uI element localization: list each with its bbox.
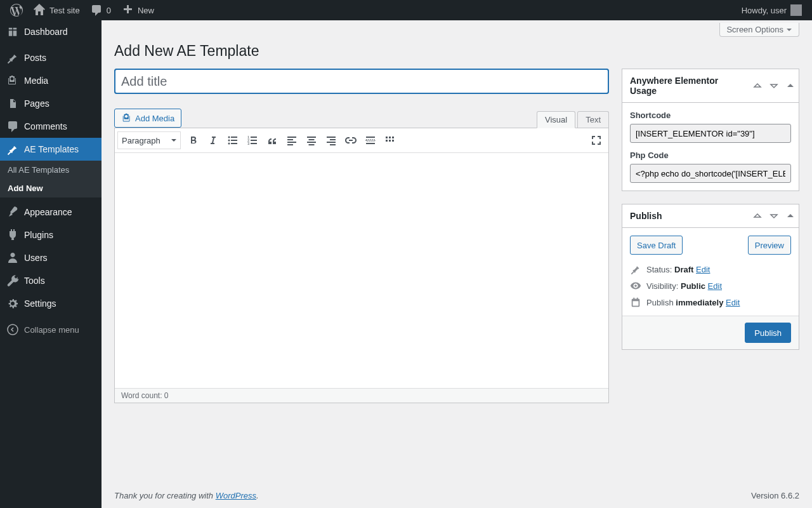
comments-menu[interactable]: 0 [85,0,116,20]
editor-toolbar: Paragraph 123 [115,128,608,153]
save-draft-button[interactable]: Save Draft [630,236,683,255]
sidebar-item-users[interactable]: Users [0,246,102,269]
media-icon [121,112,133,124]
dashboard-icon [6,25,19,38]
sidebar-item-comments[interactable]: Comments [0,115,102,138]
bold-button[interactable] [184,131,203,150]
site-name-label: Test site [49,6,80,15]
align-right-button[interactable] [322,131,341,150]
collapse-menu[interactable]: Collapse menu [0,318,102,341]
page-icon [6,97,19,110]
toolbar-toggle-button[interactable] [381,131,400,150]
sidebar-item-pages[interactable]: Pages [0,92,102,115]
pin-icon [6,143,19,156]
visibility-icon [630,280,641,291]
sidebar-item-label: Posts [24,53,46,63]
status-edit-link[interactable]: Edit [696,265,710,274]
shortcode-input[interactable] [630,124,791,143]
svg-rect-4 [231,140,237,141]
move-down-button[interactable] [766,77,782,94]
account-menu[interactable]: Howdy, user [737,0,807,20]
svg-text:3: 3 [247,142,250,145]
user-icon [6,251,19,264]
sidebar-item-tools[interactable]: Tools [0,269,102,292]
move-up-button[interactable] [749,77,766,94]
move-down-button[interactable] [766,208,782,224]
svg-rect-22 [330,139,336,140]
align-left-button[interactable] [282,131,301,150]
title-input[interactable] [114,69,609,94]
number-list-button[interactable]: 123 [243,131,262,150]
tab-text[interactable]: Text [577,111,609,128]
move-up-button[interactable] [749,208,766,224]
admin-sidebar: Dashboard Posts Media Pages Comments AE … [0,20,102,508]
sidebar-item-label: Users [24,253,48,263]
sidebar-item-posts[interactable]: Posts [0,46,102,69]
comment-icon [6,120,19,133]
appearance-icon [6,206,19,218]
screen-options-button[interactable]: Screen Options [719,23,799,37]
blockquote-button[interactable] [263,131,282,150]
sidebar-item-appearance[interactable]: Appearance [0,201,102,224]
tab-visual[interactable]: Visual [537,111,575,128]
fullscreen-button[interactable] [587,131,606,150]
sidebar-item-plugins[interactable]: Plugins [0,224,102,246]
sidebar-item-label: Comments [24,121,67,131]
submenu-add-new[interactable]: Add New [0,179,102,197]
visibility-edit-link[interactable]: Edit [708,281,722,291]
publish-edit-link[interactable]: Edit [726,298,740,307]
pin-icon [6,51,19,64]
footer-wordpress-link[interactable]: WordPress [216,491,256,500]
php-input[interactable] [630,164,791,183]
link-button[interactable] [341,131,360,150]
align-center-button[interactable] [302,131,321,150]
svg-rect-12 [251,143,257,144]
site-name-menu[interactable]: Test site [28,0,85,20]
main-content: Screen Options Add New AE Template Add M… [102,20,812,508]
publish-button[interactable]: Publish [745,323,791,343]
readmore-button[interactable] [361,131,380,150]
sidebar-item-label: Pages [24,98,49,109]
avatar [790,4,802,16]
howdy-label: Howdy, user [742,6,787,15]
visibility-label: Visibility: [646,281,678,291]
italic-button[interactable] [204,131,223,150]
new-label: New [138,6,154,15]
svg-rect-21 [327,137,336,138]
sidebar-item-label: Tools [24,276,45,286]
toggle-button[interactable] [782,77,799,94]
status-label: Status: [646,265,672,274]
svg-rect-17 [307,137,316,138]
comment-icon [90,4,103,17]
svg-rect-31 [386,140,388,142]
svg-point-5 [228,143,230,145]
svg-point-1 [228,137,230,138]
plugin-icon [6,229,19,241]
admin-bar: Test site 0 New Howdy, user [0,0,812,20]
publish-schedule-value: immediately [676,298,723,307]
sidebar-item-media[interactable]: Media [0,69,102,92]
calendar-icon [630,297,641,308]
usage-title: Anywhere Elementor Usage [622,69,749,102]
new-content-menu[interactable]: New [116,0,159,20]
sidebar-item-ae-templates[interactable]: AE Templates [0,138,102,161]
format-select[interactable]: Paragraph [117,131,181,149]
bullet-list-button[interactable] [223,131,242,150]
preview-button[interactable]: Preview [748,236,791,255]
footer-version: Version 6.6.2 [751,491,799,500]
svg-point-0 [8,324,18,335]
editor-canvas[interactable] [115,153,608,388]
toggle-button[interactable] [782,208,799,224]
sidebar-item-label: Settings [24,298,56,309]
sidebar-item-dashboard[interactable]: Dashboard [0,20,102,43]
submenu-all-templates[interactable]: All AE Templates [0,161,102,179]
php-label: Php Code [630,150,791,160]
sidebar-submenu: All AE Templates Add New [0,161,102,197]
svg-rect-8 [251,137,257,138]
word-count: Word count: 0 [115,388,608,403]
sidebar-item-settings[interactable]: Settings [0,292,102,315]
svg-rect-20 [309,144,315,145]
svg-rect-18 [309,139,315,140]
wp-logo-menu[interactable] [5,0,28,20]
add-media-button[interactable]: Add Media [114,109,181,128]
